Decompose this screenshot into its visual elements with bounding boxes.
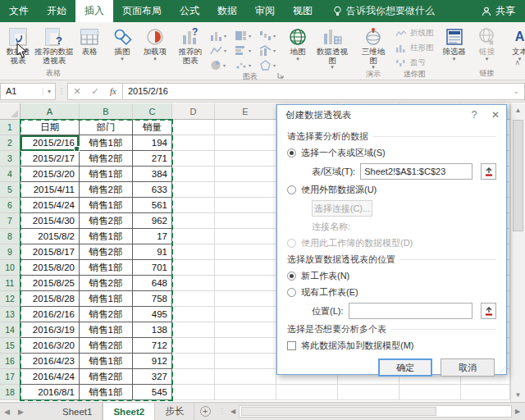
row-header-10[interactable]: 10 [0, 260, 21, 276]
cell[interactable] [215, 354, 276, 369]
cell[interactable] [215, 369, 276, 385]
collapse-ribbon-button[interactable]: ∧ [514, 58, 520, 66]
cell[interactable]: 633 [133, 182, 172, 198]
addins-button[interactable]: 加载项 [141, 25, 169, 62]
cell[interactable]: 962 [133, 213, 172, 229]
cell[interactable]: 销售2部 [80, 182, 133, 198]
tab-view[interactable]: 视图 [284, 0, 322, 22]
cell[interactable] [215, 198, 276, 213]
cell[interactable]: 部门 [80, 120, 133, 135]
cell[interactable] [215, 291, 276, 307]
cell[interactable]: 2015/8/28 [21, 291, 80, 307]
cell[interactable] [172, 291, 215, 307]
new-sheet-button[interactable]: + [194, 403, 216, 420]
radio-external-source[interactable]: 使用外部数据源(U) [287, 184, 496, 196]
cell[interactable]: 销售1部 [80, 260, 133, 276]
cell[interactable]: 销售1部 [80, 229, 133, 244]
scroll-up-icon[interactable]: ▲ [511, 103, 525, 117]
row-header-15[interactable]: 15 [0, 338, 21, 354]
row-header-13[interactable]: 13 [0, 307, 21, 322]
row-header-9[interactable]: 9 [0, 244, 21, 260]
cancel-button[interactable]: 取消 [441, 358, 495, 377]
link-button[interactable]: 链接 [473, 25, 501, 62]
cell[interactable] [338, 385, 399, 400]
tab-review[interactable]: 审阅 [246, 0, 284, 22]
cell[interactable]: 2015/3/20 [21, 167, 80, 182]
cell[interactable]: 648 [133, 276, 172, 291]
cell[interactable] [172, 198, 215, 213]
cell[interactable] [172, 120, 215, 135]
cell[interactable]: 138 [133, 322, 172, 338]
cell[interactable] [399, 385, 461, 400]
cell[interactable] [215, 135, 276, 151]
cell[interactable] [215, 120, 276, 135]
cancel-entry-button[interactable]: ✕ [68, 86, 86, 97]
radio-data-model[interactable]: 使用此工作簿的数据模型(D) [287, 237, 496, 249]
sheet-tab-sheet2[interactable]: Sheet2 [103, 403, 155, 420]
scroll-left-icon[interactable]: ◀ [227, 408, 239, 415]
pivottable-button[interactable]: 数据透视表 [3, 25, 33, 65]
sheet-tab-sheet1[interactable]: Sheet1 [52, 403, 103, 420]
sheet-tab-buzhang[interactable]: 步长 [155, 403, 194, 420]
cell[interactable]: 销售1部 [80, 291, 133, 307]
cell[interactable] [215, 385, 276, 400]
combo-chart-button[interactable] [258, 45, 282, 56]
cell[interactable] [172, 151, 215, 167]
cell[interactable] [172, 322, 215, 338]
cell[interactable]: 2015/8/17 [21, 244, 80, 260]
cell[interactable]: 2015/4/11 [21, 182, 80, 198]
location-input[interactable] [349, 303, 473, 319]
collapse-dialog-button-location[interactable] [481, 303, 496, 319]
cell[interactable] [172, 182, 215, 198]
cell[interactable]: 17 [133, 229, 172, 244]
cell[interactable]: 91 [133, 244, 172, 260]
cell[interactable] [215, 307, 276, 322]
enter-entry-button[interactable]: ✓ [86, 86, 104, 97]
cell[interactable]: 2016/3/20 [21, 338, 80, 354]
scroll-down-icon[interactable]: ▼ [511, 388, 525, 402]
cell[interactable] [215, 338, 276, 354]
row-header-17[interactable]: 17 [0, 369, 21, 385]
cell[interactable]: 日期 [21, 120, 80, 135]
tab-bar-splitter[interactable]: ⋮ [216, 403, 227, 420]
formula-bar-expand-icon[interactable]: ⌄ [513, 87, 524, 95]
share-button[interactable]: 共享 [482, 0, 525, 22]
radio-existing-worksheet[interactable]: 现有工作表(E) [287, 286, 496, 299]
cell[interactable]: 495 [133, 307, 172, 322]
column-header-B[interactable]: B [80, 103, 133, 120]
cell[interactable]: 545 [133, 385, 172, 400]
sparkline-winloss-button[interactable]: 盈亏 [392, 56, 437, 70]
cell[interactable]: 销售1部 [80, 135, 133, 151]
collapse-dialog-button[interactable] [481, 163, 496, 180]
cell[interactable]: 销售1部 [80, 354, 133, 369]
row-header-18[interactable]: 18 [0, 385, 21, 400]
sparkline-column-button[interactable]: 柱形图 [392, 41, 437, 55]
filters-button[interactable]: 筛选器 [441, 25, 468, 62]
charts-dialog-launcher-icon[interactable] [277, 72, 284, 79]
dialog-resize-grip[interactable]: ⟋ [500, 367, 505, 373]
cell[interactable] [215, 244, 276, 260]
cell[interactable]: 2016/3/19 [21, 322, 80, 338]
table-range-input[interactable]: Sheet2!$A$1:$C$23 [360, 163, 472, 180]
cell[interactable]: 271 [133, 151, 172, 167]
cell[interactable] [215, 182, 276, 198]
cell[interactable]: 758 [133, 291, 172, 307]
vertical-scrollbar[interactable]: ▲ ▼ [510, 103, 525, 402]
row-header-1[interactable]: 1 [0, 120, 21, 135]
cell[interactable] [172, 213, 215, 229]
radio-new-worksheet[interactable]: 新工作表(N) [287, 270, 496, 282]
choose-connection-button[interactable]: 选择连接(C)... [312, 200, 372, 217]
row-header-12[interactable]: 12 [0, 291, 21, 307]
sheet-nav-left-icon[interactable]: ◀ [0, 403, 14, 420]
sparkline-line-button[interactable]: 折线图 [392, 26, 437, 40]
cell[interactable]: 2015/2/17 [21, 151, 80, 167]
select-all-corner[interactable] [0, 103, 21, 120]
row-header-4[interactable]: 4 [0, 167, 21, 182]
line-chart-button[interactable] [208, 45, 233, 56]
tab-page-layout[interactable]: 页面布局 [113, 0, 171, 22]
scatter-chart-button[interactable] [233, 60, 258, 71]
ok-button[interactable]: 确定 [378, 358, 432, 377]
cell[interactable]: 912 [133, 354, 172, 369]
cell[interactable] [461, 385, 510, 400]
row-header-7[interactable]: 7 [0, 213, 21, 229]
